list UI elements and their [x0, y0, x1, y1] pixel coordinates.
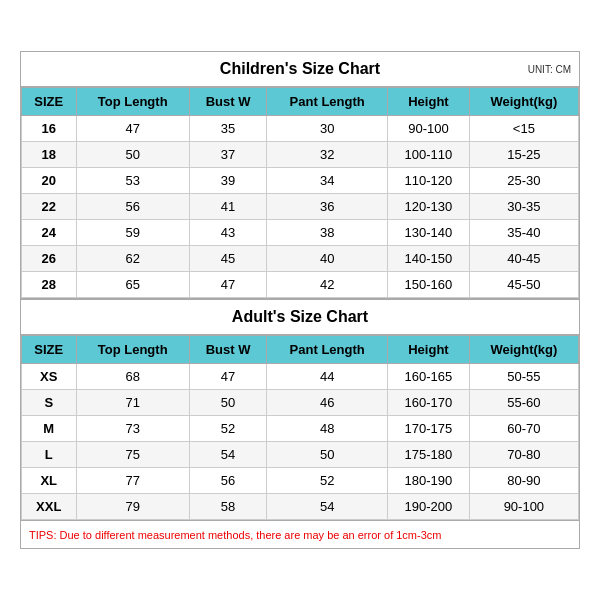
table-cell: 54 [267, 494, 388, 520]
table-cell: 30-35 [469, 194, 578, 220]
table-row: XXL795854190-20090-100 [22, 494, 579, 520]
table-cell: 160-170 [388, 390, 470, 416]
table-cell: 70-80 [469, 442, 578, 468]
table-cell: 60-70 [469, 416, 578, 442]
table-cell: 50-55 [469, 364, 578, 390]
table-cell: 77 [76, 468, 189, 494]
size-chart-container: Children's Size Chart UNIT: CM SIZETop L… [20, 51, 580, 549]
children-col-header: Height [388, 88, 470, 116]
tips-row: TIPS: Due to different measurement metho… [21, 520, 579, 548]
adults-col-header: Height [388, 336, 470, 364]
table-row: 20533934110-12025-30 [22, 168, 579, 194]
table-row: XS684744160-16550-55 [22, 364, 579, 390]
children-col-header: SIZE [22, 88, 77, 116]
adults-table-header: SIZETop LengthBust WPant LengthHeightWei… [22, 336, 579, 364]
table-cell: 43 [189, 220, 266, 246]
table-cell: 58 [189, 494, 266, 520]
table-cell: 39 [189, 168, 266, 194]
children-col-header: Weight(kg) [469, 88, 578, 116]
table-cell: 175-180 [388, 442, 470, 468]
table-cell: 130-140 [388, 220, 470, 246]
table-row: M735248170-17560-70 [22, 416, 579, 442]
table-cell: 170-175 [388, 416, 470, 442]
table-cell: 50 [189, 390, 266, 416]
children-header-row: SIZETop LengthBust WPant LengthHeightWei… [22, 88, 579, 116]
adults-section-title-row: Adult's Size Chart [21, 298, 579, 335]
adults-header-row: SIZETop LengthBust WPant LengthHeightWei… [22, 336, 579, 364]
table-cell: 22 [22, 194, 77, 220]
table-cell: 46 [267, 390, 388, 416]
table-cell: 47 [189, 272, 266, 298]
children-col-header: Bust W [189, 88, 266, 116]
table-cell: 73 [76, 416, 189, 442]
table-cell: 56 [189, 468, 266, 494]
children-table-body: 1647353090-100<1518503732100-11015-25205… [22, 116, 579, 298]
table-cell: 190-200 [388, 494, 470, 520]
tips-text: TIPS: Due to different measurement metho… [29, 529, 441, 541]
table-cell: XXL [22, 494, 77, 520]
table-cell: S [22, 390, 77, 416]
table-cell: 62 [76, 246, 189, 272]
table-cell: 55-60 [469, 390, 578, 416]
adults-col-header: Bust W [189, 336, 266, 364]
table-cell: L [22, 442, 77, 468]
table-cell: 110-120 [388, 168, 470, 194]
table-cell: 100-110 [388, 142, 470, 168]
table-cell: 41 [189, 194, 266, 220]
adults-table-body: XS684744160-16550-55S715046160-17055-60M… [22, 364, 579, 520]
table-cell: 15-25 [469, 142, 578, 168]
table-cell: 80-90 [469, 468, 578, 494]
table-cell: 90-100 [469, 494, 578, 520]
unit-label: UNIT: CM [528, 64, 571, 75]
table-cell: 45-50 [469, 272, 578, 298]
table-cell: 37 [189, 142, 266, 168]
children-title: Children's Size Chart [220, 60, 380, 78]
table-cell: 68 [76, 364, 189, 390]
table-row: S715046160-17055-60 [22, 390, 579, 416]
adults-col-header: Top Length [76, 336, 189, 364]
table-cell: 20 [22, 168, 77, 194]
children-col-header: Top Length [76, 88, 189, 116]
table-row: 22564136120-13030-35 [22, 194, 579, 220]
children-table-header: SIZETop LengthBust WPant LengthHeightWei… [22, 88, 579, 116]
adults-col-header: Pant Length [267, 336, 388, 364]
adults-table: SIZETop LengthBust WPant LengthHeightWei… [21, 335, 579, 520]
table-cell: 79 [76, 494, 189, 520]
table-cell: 160-165 [388, 364, 470, 390]
adults-title: Adult's Size Chart [232, 308, 368, 326]
table-cell: 26 [22, 246, 77, 272]
table-row: 24594338130-14035-40 [22, 220, 579, 246]
children-table: SIZETop LengthBust WPant LengthHeightWei… [21, 87, 579, 298]
table-cell: 56 [76, 194, 189, 220]
table-cell: <15 [469, 116, 578, 142]
table-cell: 42 [267, 272, 388, 298]
table-cell: 90-100 [388, 116, 470, 142]
table-cell: 50 [267, 442, 388, 468]
table-cell: 47 [189, 364, 266, 390]
table-cell: M [22, 416, 77, 442]
table-cell: 35-40 [469, 220, 578, 246]
table-cell: 65 [76, 272, 189, 298]
table-cell: 34 [267, 168, 388, 194]
children-section-title-row: Children's Size Chart UNIT: CM [21, 52, 579, 87]
table-cell: 48 [267, 416, 388, 442]
table-cell: 25-30 [469, 168, 578, 194]
table-cell: 30 [267, 116, 388, 142]
table-cell: 180-190 [388, 468, 470, 494]
table-cell: 35 [189, 116, 266, 142]
table-cell: XL [22, 468, 77, 494]
table-cell: 52 [267, 468, 388, 494]
children-col-header: Pant Length [267, 88, 388, 116]
table-row: 28654742150-16045-50 [22, 272, 579, 298]
table-cell: 32 [267, 142, 388, 168]
table-cell: 140-150 [388, 246, 470, 272]
table-cell: 47 [76, 116, 189, 142]
table-cell: 52 [189, 416, 266, 442]
table-cell: 71 [76, 390, 189, 416]
table-cell: 40-45 [469, 246, 578, 272]
table-cell: 18 [22, 142, 77, 168]
table-cell: 38 [267, 220, 388, 246]
table-cell: 50 [76, 142, 189, 168]
table-row: 18503732100-11015-25 [22, 142, 579, 168]
table-cell: 54 [189, 442, 266, 468]
